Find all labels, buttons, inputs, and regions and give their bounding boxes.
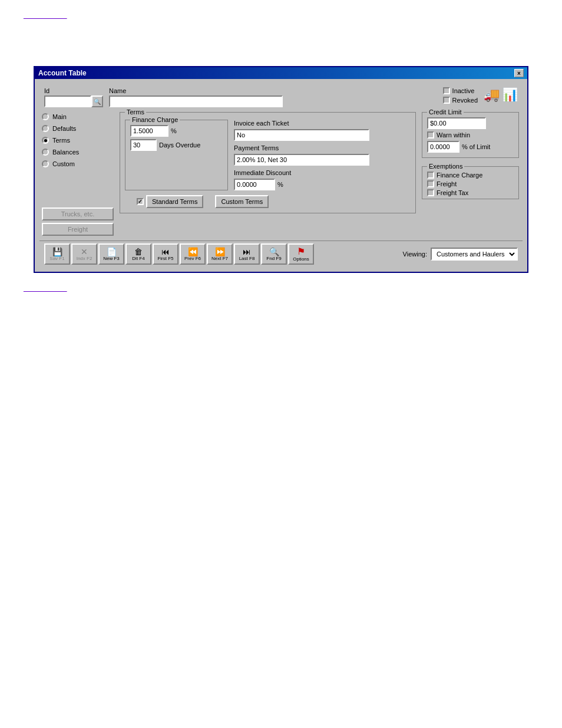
window-titlebar: Account Table × xyxy=(35,67,527,79)
options-icon: ⚑ xyxy=(297,247,305,256)
nav-terms-label: Terms xyxy=(52,137,70,144)
payment-terms-row: Payment Terms xyxy=(234,144,411,166)
custom-terms-button[interactable]: Custom Terms xyxy=(215,195,269,208)
invoice-ticket-row: Invoice each Ticket xyxy=(234,120,411,141)
toolbar-delete-button[interactable]: 🗑 Dlt F4 xyxy=(125,243,151,265)
truck-icon: 🚚 xyxy=(484,87,500,103)
invoice-ticket-input[interactable] xyxy=(234,129,369,141)
immediate-discount-input[interactable] xyxy=(234,179,275,190)
toolbar-next-button[interactable]: ⏩ Next F7 xyxy=(207,243,233,265)
exemptions-label: Exemptions xyxy=(427,163,464,170)
nav-balances-label: Balances xyxy=(52,149,79,156)
radio-balances[interactable] xyxy=(42,149,49,156)
radio-defaults[interactable] xyxy=(42,125,49,132)
trucks-button[interactable]: Trucks, etc. xyxy=(42,207,114,220)
window-close-button[interactable]: × xyxy=(514,69,524,77)
toolbar-options-button[interactable]: ⚑ Options xyxy=(288,243,314,265)
name-input[interactable] xyxy=(109,95,283,107)
invoice-ticket-label: Invoice each Ticket xyxy=(234,120,411,127)
right-panel: Terms Finance Charge % xyxy=(116,108,523,241)
exemption-finance-charge[interactable]: Finance Charge xyxy=(427,172,514,179)
inactive-checkbox[interactable] xyxy=(443,87,450,94)
days-row: Days Overdue xyxy=(130,139,223,151)
top-bar: Id 🔍 Name Inactive xyxy=(39,84,523,108)
nav-balances[interactable]: Balances xyxy=(42,149,114,156)
finance-rate-symbol: % xyxy=(171,127,177,134)
toolbar-prev-button[interactable]: ⏪ Prev F6 xyxy=(180,243,206,265)
toolbar: 💾 Sav F1 ✕ Indx F2 📄 New F3 🗑 Dlt F4 xyxy=(39,241,523,267)
exemption-freight-tax[interactable]: Freight Tax xyxy=(427,189,514,196)
viewing-label: Viewing: xyxy=(403,251,427,258)
toolbar-last-button[interactable]: ⏭ Last F8 xyxy=(234,243,260,265)
new-label: New F3 xyxy=(103,256,120,261)
viewing-area: Viewing: Customers and Haulers xyxy=(403,248,518,261)
options-label: Options xyxy=(293,257,309,262)
days-input[interactable] xyxy=(130,139,157,151)
exemption-freight-tax-label: Freight Tax xyxy=(437,189,468,196)
immediate-discount-symbol: % xyxy=(277,181,283,188)
finance-rate-row: % xyxy=(130,125,223,137)
nav-custom[interactable]: Custom xyxy=(42,160,114,167)
bottom-link[interactable]: ____________ xyxy=(24,285,67,292)
terms-credit-row: Terms Finance Charge % xyxy=(120,112,519,218)
nav-defaults-label: Defaults xyxy=(52,125,76,132)
immediate-discount-label: Immediate Discount xyxy=(234,169,411,176)
save-icon: 💾 xyxy=(52,248,62,256)
radio-main[interactable] xyxy=(42,113,49,120)
percent-limit-label: % of Limit xyxy=(462,143,490,150)
toolbar-new-button[interactable]: 📄 New F3 xyxy=(98,243,124,265)
top-link[interactable]: ____________ xyxy=(24,12,67,19)
last-label: Last F8 xyxy=(239,256,255,261)
nav-main-label: Main xyxy=(52,113,67,120)
credit-limit-area: Credit Limit Warn within % of Limit xyxy=(422,112,519,218)
toolbar-save-button[interactable]: 💾 Sav F1 xyxy=(44,243,70,265)
first-label: First F5 xyxy=(157,256,173,261)
percent-limit-input[interactable] xyxy=(427,141,459,153)
id-input[interactable] xyxy=(44,95,91,107)
name-section: Name xyxy=(109,87,437,107)
new-icon: 📄 xyxy=(107,248,117,256)
toolbar-find-button[interactable]: 🔍 Fnd F9 xyxy=(261,243,287,265)
nav-terms[interactable]: Terms xyxy=(42,137,114,144)
inactive-checkbox-row[interactable]: Inactive xyxy=(443,87,475,94)
immediate-discount-row: Immediate Discount % xyxy=(234,169,411,190)
next-icon: ⏩ xyxy=(215,248,225,256)
exemption-finance-charge-label: Finance Charge xyxy=(437,172,482,179)
exemption-freight-tax-checkbox[interactable] xyxy=(427,189,434,196)
exemption-freight-label: Freight xyxy=(437,180,457,187)
exemption-freight[interactable]: Freight xyxy=(427,180,514,187)
freight-button[interactable]: Freight xyxy=(42,223,114,236)
radio-custom[interactable] xyxy=(42,160,49,167)
revoked-checkbox-row[interactable]: Revoked xyxy=(443,97,478,104)
nav-defaults[interactable]: Defaults xyxy=(42,125,114,132)
finance-rate-input[interactable] xyxy=(130,125,168,137)
terms-bottom: ✓ Standard Terms Custom Terms xyxy=(125,195,411,208)
window-title: Account Table xyxy=(38,69,87,77)
viewing-select[interactable]: Customers and Haulers xyxy=(431,248,518,261)
inactive-label: Inactive xyxy=(452,87,475,94)
revoked-label: Revoked xyxy=(452,97,478,104)
payment-terms-label: Payment Terms xyxy=(234,144,411,151)
payment-terms-input[interactable] xyxy=(234,154,369,166)
standard-terms-button[interactable]: Standard Terms xyxy=(146,195,203,208)
left-nav-panel: Main Defaults Terms Balances xyxy=(39,108,116,241)
credit-limit-input[interactable] xyxy=(427,117,486,129)
account-table-window: Account Table × Id 🔍 Name xyxy=(34,66,528,273)
id-search-button[interactable]: 🔍 xyxy=(91,95,103,107)
id-label: Id xyxy=(44,87,103,94)
toolbar-index-button[interactable]: ✕ Indx F2 xyxy=(71,243,97,265)
warn-within-checkbox[interactable] xyxy=(427,131,434,139)
standard-terms-checkbox[interactable]: ✓ xyxy=(137,198,144,205)
delete-icon: 🗑 xyxy=(134,248,143,256)
toolbar-first-button[interactable]: ⏮ First F5 xyxy=(153,243,178,265)
nav-main[interactable]: Main xyxy=(42,113,114,120)
radio-terms[interactable] xyxy=(42,137,49,144)
left-buttons: Trucks, etc. Freight xyxy=(42,207,114,236)
revoked-checkbox[interactable] xyxy=(443,97,450,104)
exemption-freight-checkbox[interactable] xyxy=(427,180,434,187)
warn-within-row[interactable]: Warn within xyxy=(427,131,514,139)
terms-group: Terms Finance Charge % xyxy=(120,112,416,213)
days-label: Days Overdue xyxy=(159,141,200,149)
immediate-discount-input-row: % xyxy=(234,179,411,190)
exemption-finance-charge-checkbox[interactable] xyxy=(427,172,434,179)
